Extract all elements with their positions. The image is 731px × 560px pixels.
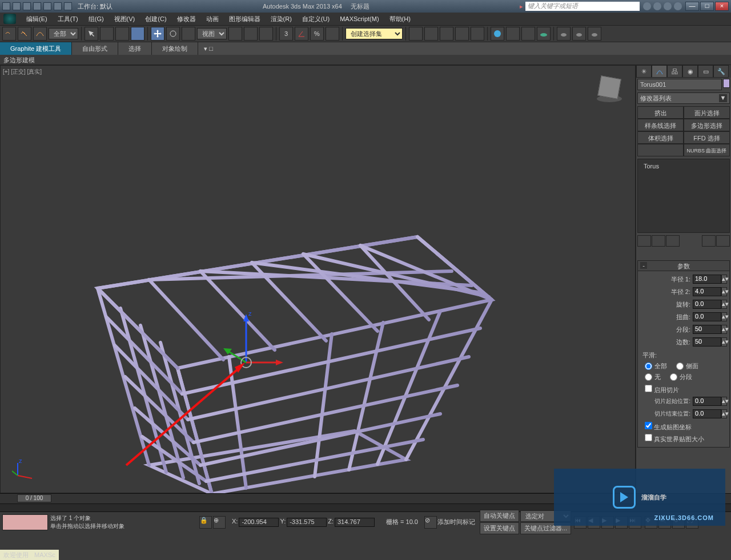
search-input[interactable]: 键入关键字或短语 bbox=[525, 2, 640, 11]
coord-x[interactable]: -200.954 bbox=[239, 518, 279, 527]
panel-tab-create[interactable]: ✳ bbox=[636, 65, 652, 78]
unique-icon[interactable] bbox=[666, 235, 680, 247]
manipulate-icon[interactable] bbox=[244, 27, 258, 41]
undo-icon[interactable] bbox=[43, 2, 51, 10]
script-listener[interactable] bbox=[2, 514, 48, 530]
ribbon-tab-select[interactable]: 选择 bbox=[118, 42, 152, 55]
menu-customize[interactable]: 自定义(U) bbox=[298, 15, 334, 23]
menu-grapheditors[interactable]: 图形编辑器 bbox=[224, 15, 265, 23]
check-realworld[interactable]: 真实世界贴图大小 bbox=[645, 434, 704, 444]
menu-view[interactable]: 视图(V) bbox=[110, 15, 140, 23]
spinner-sides[interactable]: 50 bbox=[693, 337, 721, 347]
select-object-icon[interactable] bbox=[85, 27, 98, 41]
spinner-segs[interactable]: 50 bbox=[693, 325, 721, 334]
open-icon[interactable] bbox=[23, 2, 31, 10]
bind-spacewarp-icon[interactable] bbox=[33, 27, 47, 41]
teapot2-icon[interactable] bbox=[572, 27, 586, 41]
spinbtn[interactable]: ▴▾ bbox=[721, 337, 727, 347]
panel-tab-hierarchy[interactable]: 品 bbox=[667, 65, 682, 78]
spinner-radius1[interactable]: 18.0 bbox=[693, 275, 721, 284]
scene-basket-model[interactable]: z bbox=[52, 220, 509, 505]
keyboard-shortcut-icon[interactable] bbox=[259, 27, 273, 41]
star-icon[interactable] bbox=[653, 2, 661, 10]
select-move-icon[interactable] bbox=[151, 27, 164, 41]
show-result-icon[interactable] bbox=[652, 235, 665, 247]
align-icon[interactable] bbox=[424, 27, 438, 41]
info-icon[interactable] bbox=[643, 2, 651, 10]
time-slider-thumb[interactable]: 0 / 100 bbox=[17, 494, 51, 502]
workspace-label[interactable]: 工作台: 默认 bbox=[78, 2, 113, 11]
mirror-icon[interactable] bbox=[409, 27, 423, 41]
object-color-swatch[interactable] bbox=[723, 79, 730, 88]
app-logo-icon[interactable] bbox=[3, 14, 16, 24]
spinbtn[interactable]: ▴▾ bbox=[721, 300, 727, 309]
abs-rel-icon[interactable]: ⊕ bbox=[213, 516, 226, 529]
radio-smooth-sides[interactable]: 侧面 bbox=[676, 362, 698, 370]
menu-create[interactable]: 创建(C) bbox=[140, 15, 171, 23]
modset-splinesel[interactable]: 样条线选择 bbox=[637, 119, 684, 131]
select-region-icon[interactable] bbox=[115, 27, 129, 41]
select-scale-icon[interactable] bbox=[182, 27, 195, 41]
material-editor-icon[interactable] bbox=[491, 27, 504, 41]
close-button[interactable]: × bbox=[715, 2, 729, 11]
select-rotate-icon[interactable] bbox=[166, 27, 180, 41]
snap-percent-icon[interactable]: % bbox=[310, 27, 324, 41]
menu-maxscript[interactable]: MAXScript(M) bbox=[335, 15, 383, 22]
teapot1-icon[interactable] bbox=[557, 27, 571, 41]
spinner-rotation[interactable]: 0.0 bbox=[693, 300, 721, 309]
check-slice[interactable]: 启用切片 bbox=[645, 385, 679, 394]
render-setup-icon[interactable] bbox=[506, 27, 520, 41]
snap-3d-icon[interactable]: 3 bbox=[279, 27, 293, 41]
app-menu-icon[interactable] bbox=[2, 2, 10, 10]
radio-smooth-none[interactable]: 无 bbox=[645, 373, 661, 381]
panel-tab-motion[interactable]: ◉ bbox=[682, 65, 698, 78]
ref-coord-dropdown[interactable]: 视图 bbox=[197, 28, 227, 39]
link-icon[interactable] bbox=[64, 2, 72, 10]
modset-polysel[interactable]: 多边形选择 bbox=[684, 119, 730, 131]
time-tag-icon[interactable]: ⊘ bbox=[424, 516, 437, 529]
menu-help[interactable]: 帮助(H) bbox=[385, 15, 415, 23]
pin-stack-icon[interactable] bbox=[637, 235, 651, 247]
exchange-icon[interactable] bbox=[664, 2, 672, 10]
menu-group[interactable]: 组(G) bbox=[84, 15, 109, 23]
spinbtn[interactable]: ▴▾ bbox=[721, 275, 727, 284]
menu-modifiers[interactable]: 修改器 bbox=[172, 15, 200, 23]
viewport[interactable]: [+] [正交] [真实] bbox=[0, 65, 636, 493]
named-selection-set[interactable]: 创建选择集 bbox=[346, 28, 403, 39]
layers-icon[interactable] bbox=[440, 27, 453, 41]
add-time-tag[interactable]: 添加时间标记 bbox=[437, 518, 475, 526]
panel-tab-modify[interactable] bbox=[652, 65, 667, 78]
snap-angle-icon[interactable] bbox=[295, 27, 308, 41]
menu-edit[interactable]: 编辑(E) bbox=[22, 15, 52, 23]
spinner-slicefrom[interactable]: 0.0 bbox=[693, 397, 721, 406]
selection-filter-dropdown[interactable]: 全部 bbox=[49, 28, 78, 39]
remove-mod-icon[interactable] bbox=[702, 235, 716, 247]
panel-tab-utilities[interactable]: 🔧 bbox=[713, 65, 729, 78]
panel-tab-display[interactable]: ▭ bbox=[698, 65, 713, 78]
minimize-button[interactable]: — bbox=[685, 2, 699, 11]
redo-icon[interactable] bbox=[54, 2, 62, 10]
menu-render[interactable]: 渲染(R) bbox=[266, 15, 296, 23]
unlink-tool-icon[interactable] bbox=[18, 27, 31, 41]
curve-editor-icon[interactable] bbox=[455, 27, 469, 41]
check-genuv[interactable]: 生成贴图坐标 bbox=[645, 422, 692, 432]
modifier-stack[interactable]: Torus bbox=[637, 159, 730, 233]
setkey-button[interactable]: 设置关键点 bbox=[480, 522, 519, 534]
menu-animation[interactable]: 动画 bbox=[202, 15, 223, 23]
viewport-label[interactable]: [+] [正交] [真实] bbox=[3, 68, 42, 76]
menu-tools[interactable]: 工具(T) bbox=[53, 15, 83, 23]
modset-extrude[interactable]: 挤出 bbox=[637, 106, 684, 119]
help-icon[interactable] bbox=[674, 2, 682, 10]
ribbon-expand-icon[interactable]: ▾ □ bbox=[204, 45, 213, 53]
teapot3-icon[interactable] bbox=[588, 27, 601, 41]
render-frame-icon[interactable] bbox=[521, 27, 535, 41]
modifier-list-dropdown[interactable]: 修改器列表▼ bbox=[637, 92, 730, 104]
pivot-icon[interactable] bbox=[228, 27, 242, 41]
window-crossing-icon[interactable] bbox=[131, 27, 144, 41]
modset-ffdsel[interactable]: FFD 选择 bbox=[684, 131, 730, 144]
coord-z[interactable]: 314.767 bbox=[335, 518, 375, 527]
ribbon-tab-graphite[interactable]: Graphite 建模工具 bbox=[0, 42, 72, 55]
spinner-radius2[interactable]: 4.0 bbox=[693, 287, 721, 296]
lock-selection-icon[interactable]: 🔒 bbox=[199, 516, 212, 529]
rollout-header[interactable]: -参数 bbox=[638, 261, 729, 271]
